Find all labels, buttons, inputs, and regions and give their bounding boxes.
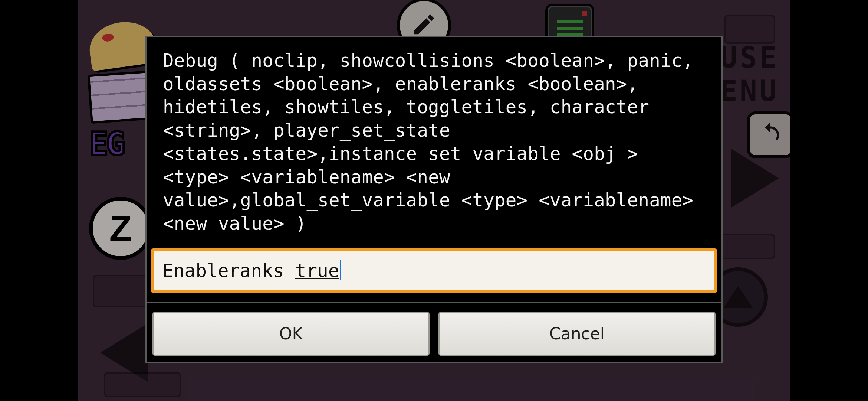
debug-dialog: Debug ( noclip, showcollisions <boolean>…	[145, 36, 723, 363]
command-input[interactable]: Enableranks true	[152, 250, 716, 292]
input-word1: Enableranks	[162, 260, 284, 281]
input-word2: true	[295, 260, 339, 281]
text-caret	[340, 260, 341, 280]
ok-button[interactable]: OK	[152, 312, 430, 356]
cancel-button[interactable]: Cancel	[438, 312, 716, 356]
debug-prompt-text: Debug ( noclip, showcollisions <boolean>…	[147, 37, 721, 247]
dialog-button-row: OK Cancel	[147, 302, 721, 362]
command-input-wrap: Enableranks true	[151, 248, 717, 293]
